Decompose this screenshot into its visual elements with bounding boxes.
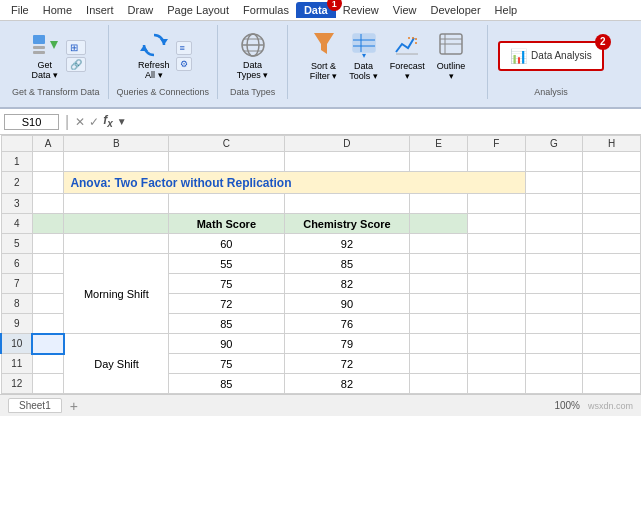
col-header-c[interactable]: C	[169, 136, 284, 152]
col-header-a[interactable]: A	[32, 136, 63, 152]
cell-f7[interactable]	[467, 274, 525, 294]
cell-g6[interactable]	[525, 254, 583, 274]
cell-c8[interactable]: 72	[169, 294, 284, 314]
cell-c3[interactable]	[169, 194, 284, 214]
cell-e9[interactable]	[410, 314, 468, 334]
cell-d12[interactable]: 82	[284, 374, 410, 394]
data-types-button[interactable]: DataTypes ▾	[233, 28, 273, 84]
cell-e5[interactable]	[410, 234, 468, 254]
queries-connections-button[interactable]: ≡	[176, 41, 192, 55]
col-header-e[interactable]: E	[410, 136, 468, 152]
cell-c6[interactable]: 55	[169, 254, 284, 274]
cell-f5[interactable]	[467, 234, 525, 254]
cell-g1[interactable]	[525, 152, 583, 172]
cell-h7[interactable]	[583, 274, 641, 294]
cell-a10[interactable]	[32, 334, 63, 354]
cell-d7[interactable]: 82	[284, 274, 410, 294]
cell-b2-title[interactable]: Anova: Two Factor without Replication	[64, 172, 525, 194]
properties-btn2[interactable]: ⚙	[176, 57, 192, 71]
cell-b1[interactable]	[64, 152, 169, 172]
cell-f6[interactable]	[467, 254, 525, 274]
cell-g4[interactable]	[525, 214, 583, 234]
cell-a7[interactable]	[32, 274, 63, 294]
cell-d6[interactable]: 85	[284, 254, 410, 274]
cell-b5[interactable]	[64, 234, 169, 254]
sort-filter-button[interactable]: Sort &Filter ▾	[306, 27, 342, 85]
confirm-icon[interactable]: ✓	[89, 115, 99, 129]
menu-data[interactable]: Data 1	[296, 2, 336, 18]
cell-c7[interactable]: 75	[169, 274, 284, 294]
cell-c4[interactable]: Math Score	[169, 214, 284, 234]
cell-g9[interactable]	[525, 314, 583, 334]
cell-d1[interactable]	[284, 152, 410, 172]
cell-b4[interactable]	[64, 214, 169, 234]
cell-a12[interactable]	[32, 374, 63, 394]
cell-e10[interactable]	[410, 334, 468, 354]
cell-f10[interactable]	[467, 334, 525, 354]
data-tools-button[interactable]: ▾ DataTools ▾	[345, 27, 382, 85]
formula-input[interactable]	[131, 115, 637, 129]
cell-e7[interactable]	[410, 274, 468, 294]
cell-f8[interactable]	[467, 294, 525, 314]
col-header-h[interactable]: H	[583, 136, 641, 152]
cell-e11[interactable]	[410, 354, 468, 374]
properties-button[interactable]: ⊞	[66, 40, 86, 55]
menu-review[interactable]: Review	[336, 2, 386, 18]
sheet-tab[interactable]: Sheet1	[8, 398, 62, 413]
menu-formulas[interactable]: Formulas	[236, 2, 296, 18]
cell-a9[interactable]	[32, 314, 63, 334]
cell-a1[interactable]	[32, 152, 63, 172]
data-analysis-button[interactable]: 📊 Data Analysis 2	[498, 41, 604, 71]
refresh-all-button[interactable]: RefreshAll ▾	[134, 28, 174, 84]
cell-f9[interactable]	[467, 314, 525, 334]
cell-a5[interactable]	[32, 234, 63, 254]
existing-connections-button[interactable]: 🔗	[66, 57, 86, 72]
cell-b3[interactable]	[64, 194, 169, 214]
cell-c12[interactable]: 85	[169, 374, 284, 394]
cell-d8[interactable]: 90	[284, 294, 410, 314]
cell-d11[interactable]: 72	[284, 354, 410, 374]
cell-f1[interactable]	[467, 152, 525, 172]
cell-e3[interactable]	[410, 194, 468, 214]
cell-h3[interactable]	[583, 194, 641, 214]
cell-h2[interactable]	[583, 172, 641, 194]
cell-a6[interactable]	[32, 254, 63, 274]
cell-g8[interactable]	[525, 294, 583, 314]
cell-c5[interactable]: 60	[169, 234, 284, 254]
cell-a2[interactable]	[32, 172, 63, 194]
cell-d5[interactable]: 92	[284, 234, 410, 254]
cell-b10-day[interactable]: Day Shift	[64, 334, 169, 394]
menu-help[interactable]: Help	[488, 2, 525, 18]
cell-e1[interactable]	[410, 152, 468, 172]
cell-h6[interactable]	[583, 254, 641, 274]
cell-a3[interactable]	[32, 194, 63, 214]
menu-home[interactable]: Home	[36, 2, 79, 18]
cell-a11[interactable]	[32, 354, 63, 374]
menu-file[interactable]: File	[4, 2, 36, 18]
cell-h4[interactable]	[583, 214, 641, 234]
cell-h1[interactable]	[583, 152, 641, 172]
cell-d9[interactable]: 76	[284, 314, 410, 334]
cell-a4[interactable]	[32, 214, 63, 234]
cell-f4[interactable]	[467, 214, 525, 234]
cell-e8[interactable]	[410, 294, 468, 314]
cell-d10[interactable]: 79	[284, 334, 410, 354]
menu-draw[interactable]: Draw	[121, 2, 161, 18]
col-header-d[interactable]: D	[284, 136, 410, 152]
menu-developer[interactable]: Developer	[423, 2, 487, 18]
cell-c11[interactable]: 75	[169, 354, 284, 374]
forecast-button[interactable]: Forecast▾	[386, 27, 429, 85]
cell-g11[interactable]	[525, 354, 583, 374]
cell-g3[interactable]	[525, 194, 583, 214]
cell-h12[interactable]	[583, 374, 641, 394]
cell-f11[interactable]	[467, 354, 525, 374]
cell-g12[interactable]	[525, 374, 583, 394]
menu-insert[interactable]: Insert	[79, 2, 121, 18]
cell-e12[interactable]	[410, 374, 468, 394]
col-header-g[interactable]: G	[525, 136, 583, 152]
cell-e6[interactable]	[410, 254, 468, 274]
cell-reference-box[interactable]	[4, 114, 59, 130]
cell-d4[interactable]: Chemistry Score	[284, 214, 410, 234]
cell-b6-morning[interactable]: Morning Shift	[64, 254, 169, 334]
cell-a8[interactable]	[32, 294, 63, 314]
